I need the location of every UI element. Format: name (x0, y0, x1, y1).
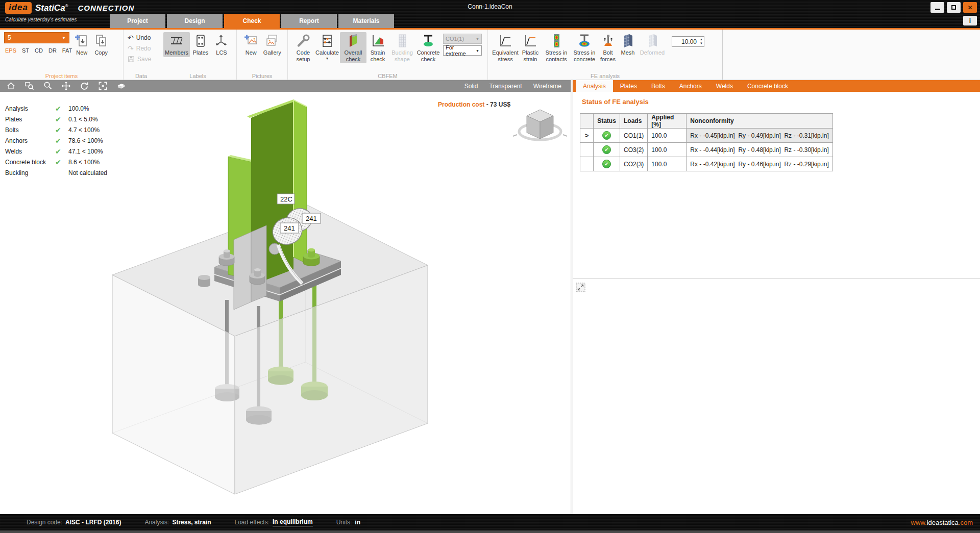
spinner-up-icon[interactable]: ▲ (700, 38, 703, 42)
group-labels: Members Plates LCS Labels (159, 30, 237, 80)
contact-stress-icon (549, 33, 564, 48)
equivalent-stress-button[interactable]: Equivalent stress (492, 32, 519, 63)
save-button[interactable]: Save (128, 55, 151, 64)
plate-label: 22C (280, 195, 292, 203)
result-row-plates[interactable]: Plates✔0.1 < 5.0% (5, 114, 107, 124)
wrench-icon (296, 33, 311, 48)
app-window: idea StatiCa® CONNECTION Calculate yeste… (0, 0, 980, 533)
info-button[interactable]: i (963, 16, 977, 26)
tab-welds[interactable]: Welds (709, 80, 740, 92)
members-labels-button[interactable]: Members (163, 32, 190, 57)
deformed-button[interactable]: Deformed (638, 32, 667, 57)
result-row-analysis[interactable]: Analysis✔100.0% (5, 103, 107, 114)
section-divider (573, 278, 980, 279)
table-row[interactable]: > ✔ CO1(1) 100.0 Rx - -0.45[kip.in] Ry -… (580, 129, 833, 143)
deformed-scale-stepper[interactable]: 10.00 ▲ ▼ (672, 36, 704, 47)
result-row-welds[interactable]: Welds✔47.1 < 100% (5, 146, 107, 157)
check-icon: ✔ (55, 137, 68, 145)
row-expander-icon[interactable]: > (585, 132, 589, 139)
load-case-select[interactable]: CO1(1) ▼ (443, 34, 482, 44)
strain-check-button[interactable]: Strain check (366, 32, 389, 63)
navigation-cube[interactable] (513, 110, 567, 140)
project-item-select[interactable]: 5 ▼ (4, 32, 69, 43)
mesh-button[interactable]: Mesh (618, 32, 638, 57)
result-row-bolts[interactable]: Bolts✔4.7 < 100% (5, 124, 107, 135)
mode-eps-button[interactable]: EPS (5, 47, 16, 54)
redo-button[interactable]: ↷ Redo (128, 44, 151, 53)
lcs-labels-button[interactable]: LCS (211, 32, 232, 57)
stress-in-contacts-button[interactable]: Stress in contacts (542, 32, 571, 63)
minimize-button[interactable] (930, 2, 944, 13)
tab-plates[interactable]: Plates (613, 80, 644, 92)
view-transparent-button[interactable]: Transparent (489, 83, 522, 90)
concrete-brick-icon[interactable] (116, 81, 126, 91)
check-icon: ✔ (55, 126, 68, 134)
load-effects-status: Load effects:In equilibrium (234, 518, 312, 526)
maximize-button[interactable] (947, 2, 961, 13)
weld-label: 241 (306, 215, 317, 222)
new-picture-button[interactable]: New (241, 32, 261, 57)
tab-materials[interactable]: Materials (338, 14, 394, 28)
zoom-icon[interactable] (43, 81, 53, 91)
rotate-view-icon[interactable] (80, 81, 89, 91)
buckling-shape-button[interactable]: Buckling shape (389, 32, 415, 63)
mode-fat-button[interactable]: FAT (62, 47, 72, 54)
view-wireframe-button[interactable]: Wireframe (533, 83, 561, 90)
extreme-select[interactable]: For extreme ▼ (443, 45, 482, 56)
result-row-anchors[interactable]: Anchors✔78.6 < 100% (5, 135, 107, 146)
weld-label: 241 (284, 224, 295, 232)
zoom-fit-icon[interactable] (98, 81, 108, 91)
document-title: Conn-1.ideaCon (0, 3, 980, 10)
plate-icon (193, 33, 208, 48)
overall-check-icon (346, 33, 361, 48)
mode-st-button[interactable]: ST (22, 47, 29, 54)
results-tab-bar: Analysis Plates Bolts Anchors Welds Conc… (573, 80, 980, 92)
viewport-3d[interactable]: 22C 241 241 Analysis✔100.0% Plates✔0.1 (0, 92, 571, 514)
result-row-buckling[interactable]: BucklingNot calculated (5, 167, 107, 178)
tab-check[interactable]: Check (224, 14, 280, 28)
tab-design[interactable]: Design (167, 14, 223, 28)
expand-section-button[interactable] (576, 283, 585, 292)
overall-check-button[interactable]: Overall check (340, 32, 366, 63)
new-document-icon (74, 33, 89, 48)
results-panel-content: Status of FE analysis Status Loads Appli… (573, 92, 980, 514)
plates-labels-button[interactable]: Plates (190, 32, 211, 57)
table-row[interactable]: ✔ CO2(3) 100.0 Rx - -0.42[kip.in] Ry - 0… (580, 157, 833, 171)
mode-dr-button[interactable]: DR (48, 47, 57, 54)
spinner-down-icon[interactable]: ▼ (700, 42, 703, 46)
new-image-icon (243, 33, 259, 48)
result-row-concrete-block[interactable]: Concrete block✔8.6 < 100% (5, 157, 107, 167)
strain-check-icon (370, 33, 385, 48)
tab-bolts[interactable]: Bolts (644, 80, 672, 92)
table-row[interactable]: ✔ CO3(2) 100.0 Rx - -0.44[kip.in] Ry - 0… (580, 143, 833, 157)
undo-button[interactable]: ↶ Undo (128, 33, 151, 42)
code-setup-button[interactable]: Code setup (292, 32, 314, 63)
pan-icon[interactable] (61, 81, 71, 91)
zoom-window-icon[interactable] (24, 81, 34, 91)
undo-icon: ↶ (128, 35, 134, 41)
stress-in-concrete-button[interactable]: Stress in concrete (571, 32, 598, 63)
concrete-check-button[interactable]: Concrete check (415, 32, 441, 63)
home-view-icon[interactable] (6, 81, 16, 91)
close-button[interactable]: ✕ (963, 2, 977, 13)
group-pictures: New Gallery Pictures (237, 30, 288, 80)
tab-analysis[interactable]: Analysis (576, 80, 613, 92)
design-code-status: Design code:AISC - LRFD (2016) (27, 519, 121, 526)
tab-report[interactable]: Report (281, 14, 337, 28)
redo-icon: ↷ (128, 45, 134, 52)
copy-project-item-button[interactable]: Copy (91, 32, 111, 57)
mode-cd-button[interactable]: CD (35, 47, 43, 54)
buckling-shape-icon (395, 33, 410, 48)
tab-concrete-block[interactable]: Concrete block (740, 80, 795, 92)
results-panel: Analysis Plates Bolts Anchors Welds Conc… (573, 80, 980, 514)
website-link[interactable]: www.ideastatica.com (911, 519, 973, 526)
calculate-button[interactable]: Calculate ▼ (314, 32, 340, 62)
concrete-stress-icon (577, 33, 592, 48)
plastic-strain-button[interactable]: Plastic strain (519, 32, 542, 63)
view-solid-button[interactable]: Solid (464, 83, 478, 90)
new-project-item-button[interactable]: New (72, 32, 91, 57)
gallery-button[interactable]: Gallery (261, 32, 283, 57)
bolt-forces-button[interactable]: Bolt forces (598, 32, 618, 63)
tab-project[interactable]: Project (110, 14, 165, 28)
tab-anchors[interactable]: Anchors (672, 80, 709, 92)
